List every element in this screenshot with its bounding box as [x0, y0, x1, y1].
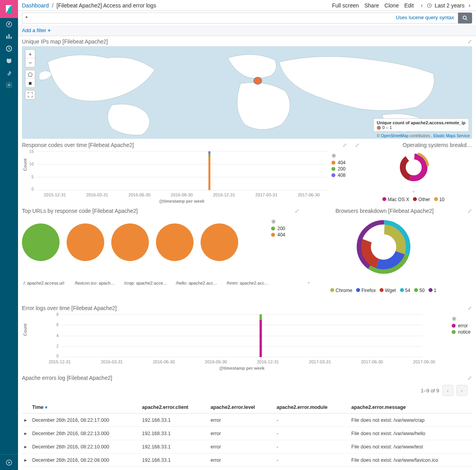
legend-item[interactable]: 1	[429, 288, 436, 293]
panel-top-urls: Top URLs by response code [Filebeat Apac…	[18, 205, 291, 303]
panel-response-codes: Response codes over time [Filebeat Apach…	[18, 140, 351, 205]
nav-discover[interactable]	[0, 18, 18, 30]
browsers-donut-chart[interactable]	[352, 216, 415, 278]
sidebar	[0, 0, 18, 470]
expand-icon[interactable]: ⤢	[467, 208, 472, 214]
map-legend: Unique count of apache2.access.remote_ip…	[373, 118, 469, 132]
zoom-out-icon[interactable]: −	[25, 58, 35, 67]
legend-item[interactable]: 10	[434, 197, 445, 202]
pager-prev-icon[interactable]: ‹	[442, 385, 453, 396]
map-area[interactable]: + − ⬠ ■ ⛶ Unique count of apache2.access…	[22, 46, 472, 139]
zoom-in-icon[interactable]: +	[25, 50, 35, 58]
legend-item[interactable]: 50	[414, 288, 425, 293]
action-clone[interactable]: Clone	[384, 2, 399, 9]
svg-rect-41	[259, 314, 262, 320]
column-header[interactable]: apache2.error.client	[140, 401, 208, 414]
panel-title: Unique IPs map [Filebeat Apache2]	[22, 38, 108, 45]
legend-item[interactable]: 404	[331, 160, 346, 165]
legend-item[interactable]: 200	[271, 226, 285, 231]
svg-rect-1	[6, 36, 7, 39]
table-row: ▸ December 26th 2016, 08:22:13.000192.16…	[22, 427, 472, 440]
search-input[interactable]	[22, 13, 458, 24]
column-header[interactable]: apache2.error.module	[274, 401, 349, 414]
response-codes-chart[interactable]: Count 15 10 5 0 2015-12-	[22, 150, 330, 205]
table-row: ▸ December 26th 2016, 08:22:08.000192.16…	[22, 454, 472, 467]
legend-item[interactable]: error	[452, 323, 471, 328]
expand-icon[interactable]: ⤢	[342, 142, 347, 148]
svg-point-5	[8, 84, 10, 86]
polygon-icon[interactable]: ⬠	[25, 70, 35, 79]
svg-rect-3	[11, 36, 12, 38]
action-share[interactable]: Share	[364, 2, 379, 9]
syntax-hint[interactable]: Uses lucene query syntax	[396, 15, 454, 20]
pie-label: /hello: apache2.acc…	[175, 281, 219, 285]
nav-dashboard[interactable]	[0, 42, 18, 54]
panel-title: Top URLs by response code [Filebeat Apac…	[22, 208, 138, 214]
legend-item[interactable]: 408	[331, 172, 346, 178]
legend-item[interactable]: 54	[400, 288, 411, 293]
legend-toggle-icon[interactable]: ⌄	[306, 278, 311, 285]
svg-text:2: 2	[56, 344, 59, 348]
breadcrumb-root[interactable]: Dashboard	[22, 2, 49, 9]
legend-item[interactable]: 200	[331, 166, 346, 172]
expand-icon[interactable]: ⤢	[467, 305, 472, 311]
ems-link[interactable]: Elastic Maps Service	[433, 134, 470, 138]
nav-collapse[interactable]	[0, 454, 18, 470]
expand-icon[interactable]: ⤢	[467, 38, 472, 45]
add-filter[interactable]: Add a filter +	[22, 27, 51, 33]
pie-chart[interactable]	[156, 223, 194, 261]
legend-toggle-icon[interactable]: ◉	[452, 315, 471, 321]
legend-item[interactable]: Chrome	[330, 288, 352, 293]
nav-visualize[interactable]	[0, 30, 18, 42]
column-header[interactable]: apache2.error.level	[208, 401, 274, 414]
legend-item[interactable]: Wget	[380, 288, 396, 293]
osm-link[interactable]: OpenStreetMap	[381, 134, 409, 138]
pie-chart[interactable]	[111, 223, 149, 261]
rect-icon[interactable]: ■	[25, 79, 35, 87]
time-next-icon[interactable]: ›	[467, 2, 472, 9]
legend-item[interactable]: Mac OS X	[382, 197, 409, 202]
legend-toggle-icon[interactable]: ◉	[331, 152, 346, 158]
time-prev-icon[interactable]: ‹	[419, 2, 424, 9]
kibana-logo[interactable]	[0, 0, 18, 18]
legend-item[interactable]: 404	[271, 232, 285, 238]
pager-next-icon[interactable]: ›	[456, 385, 467, 396]
svg-text:6: 6	[56, 323, 59, 327]
nav-devtools[interactable]	[0, 67, 18, 79]
pie-chart[interactable]	[22, 223, 60, 261]
column-header[interactable]: apache2.error.message	[349, 401, 472, 414]
time-range[interactable]: Last 2 years	[434, 2, 464, 9]
expand-icon[interactable]: ⤢	[355, 142, 360, 148]
nav-management[interactable]	[0, 79, 18, 91]
row-expand-icon[interactable]: ▸	[22, 427, 30, 440]
panel-title: Browsers breakdown [Filebeat Apache2]	[335, 208, 434, 214]
action-edit[interactable]: Edit	[404, 2, 414, 9]
row-expand-icon[interactable]: ▸	[22, 454, 30, 467]
expand-icon[interactable]: ⤢	[295, 208, 299, 214]
legend-item[interactable]: notice	[452, 329, 471, 335]
legend-item[interactable]: Firefox	[356, 288, 376, 293]
fit-icon[interactable]: ⛶	[25, 91, 35, 99]
search-button[interactable]	[458, 13, 472, 24]
error-logs-chart[interactable]: Count 8 6 4 2 0	[22, 313, 450, 372]
expand-icon[interactable]: ⤢	[467, 375, 472, 381]
pie-chart[interactable]	[201, 223, 238, 261]
row-expand-icon[interactable]: ▸	[22, 440, 30, 454]
pie-label: /: apache2.access.url	[22, 281, 66, 285]
panel-title: Error logs over time [Filebeat Apache2]	[22, 305, 117, 311]
map-attribution: © OpenStreetMap contributors , Elastic M…	[377, 134, 470, 138]
column-header[interactable]: Time▼	[30, 401, 140, 414]
nav-timelion[interactable]	[0, 54, 18, 67]
row-expand-icon[interactable]: ▸	[22, 414, 30, 427]
pie-chart[interactable]	[67, 223, 104, 261]
clock-icon	[427, 3, 432, 8]
pie-label: /favicon.ico: apach…	[73, 281, 117, 285]
legend-toggle-icon[interactable]: ◉	[271, 218, 285, 224]
os-donut-chart[interactable]	[396, 150, 431, 185]
panel-browsers: ⤢Browsers breakdown [Filebeat Apache2]⤢ …	[291, 205, 476, 303]
map-marker[interactable]	[254, 77, 262, 84]
legend-toggle-icon[interactable]: ⌄	[411, 187, 416, 194]
action-fullscreen[interactable]: Full screen	[332, 2, 359, 9]
panel-map: Unique IPs map [Filebeat Apache2]⤢	[18, 36, 476, 140]
legend-item[interactable]: Other	[413, 197, 430, 202]
